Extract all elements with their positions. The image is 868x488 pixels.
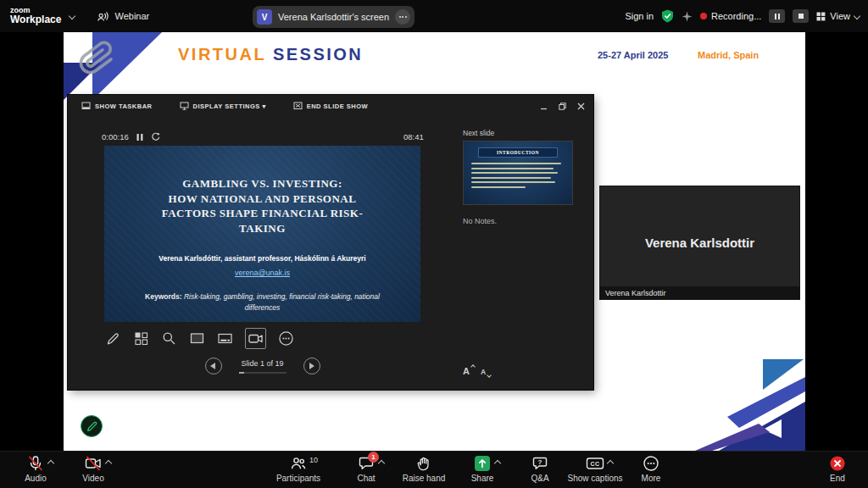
close-icon[interactable] <box>577 103 585 110</box>
elapsed-time: 0:00:16 <box>102 132 129 141</box>
end-slide-show-label: END SLIDE SHOW <box>307 103 368 110</box>
corner-decoration-bottom-right <box>678 349 805 451</box>
camera-muted-icon <box>85 455 102 472</box>
blank-screen-icon <box>189 330 205 347</box>
microphone-muted-icon <box>27 455 44 472</box>
keywords-text: Risk-taking, gambling, investing, financ… <box>182 292 380 311</box>
stop-recording-button[interactable] <box>793 9 809 23</box>
display-settings-label: DISPLAY SETTINGS ▾ <box>193 103 266 110</box>
chevron-down-icon[interactable] <box>69 13 75 19</box>
view-label: View <box>830 11 850 21</box>
minimize-icon[interactable] <box>540 103 548 110</box>
end-slide-show-button[interactable]: END SLIDE SHOW <box>293 102 368 110</box>
current-slide: GAMBLING VS. INVESTING: HOW NATIONAL AND… <box>104 146 420 322</box>
share-label: Share <box>471 474 494 483</box>
captions-options-chevron[interactable] <box>607 460 614 467</box>
webinar-icon <box>97 10 109 23</box>
audio-label: Audio <box>25 474 47 483</box>
participant-video-tile[interactable]: Verena Karlsdottir Verena Karlsdottir <box>600 186 799 299</box>
audio-button[interactable]: Audio <box>12 455 59 483</box>
next-slide-thumbnail[interactable]: INTRODUCTION <box>463 141 573 205</box>
restart-timer-icon[interactable] <box>151 132 160 141</box>
see-all-slides-button[interactable] <box>133 330 149 347</box>
next-slide-button[interactable] <box>303 358 320 374</box>
participants-button[interactable]: 10 Participants <box>268 455 329 483</box>
slide-navigation: Slide 1 of 19 <box>104 358 420 374</box>
pen-tool-button[interactable] <box>105 330 121 347</box>
more-tools-button[interactable] <box>278 330 294 347</box>
zoom-window: zoom Workplace Webinar V Verena Karlsdot… <box>0 0 868 488</box>
video-label: Video <box>82 474 103 483</box>
slide-email-link[interactable]: verena@unak.is <box>235 269 290 277</box>
shared-screen-label: Verena Karlsdottir's screen <box>278 12 389 22</box>
more-button[interactable]: More <box>629 455 673 483</box>
security-shield-icon <box>661 9 674 23</box>
participants-icon <box>290 455 307 472</box>
decrease-font-button[interactable]: A <box>481 368 486 376</box>
video-button[interactable]: Video <box>70 455 117 483</box>
shared-screen-pill[interactable]: V Verena Karlsdottir's screen <box>253 6 415 28</box>
chevron-down-icon <box>854 13 860 19</box>
show-captions-button[interactable]: CC Show captions <box>561 455 629 483</box>
shared-screen-content: VIRTUAL SESSION 25-27 April 2025 Madrid,… <box>64 32 805 451</box>
pause-timer-icon[interactable] <box>136 133 143 141</box>
slide-counter: Slide 1 of 19 <box>241 359 283 368</box>
slide-progress-bar <box>239 372 287 374</box>
show-taskbar-label: SHOW TASKBAR <box>95 103 153 110</box>
slide-keywords: Keywords: Risk-taking, gambling, investi… <box>127 291 398 313</box>
next-slide-title: INTRODUCTION <box>478 147 559 158</box>
end-meeting-button[interactable]: End <box>819 455 856 483</box>
event-dates: 25-27 April 2025 <box>598 50 668 60</box>
next-slide-text-lines <box>471 163 565 188</box>
captions-cc-icon: CC <box>586 455 604 472</box>
pause-recording-button[interactable] <box>769 9 785 23</box>
participants-label: Participants <box>276 474 320 483</box>
participants-count: 10 <box>309 456 318 464</box>
more-options-icon[interactable] <box>395 9 410 25</box>
share-options-chevron[interactable] <box>494 460 501 467</box>
slide-author: Verena Karlsdóttir, assistant professor,… <box>104 254 420 263</box>
participant-display-name: Verena Karlsdottir <box>600 186 799 299</box>
event-title-session: SESSION <box>273 45 363 64</box>
recording-label: Recording... <box>711 11 761 21</box>
share-button[interactable]: Share <box>459 455 506 483</box>
event-title: VIRTUAL SESSION <box>178 45 363 64</box>
camera-toggle-button[interactable] <box>245 328 266 349</box>
previous-slide-button[interactable] <box>205 358 222 374</box>
svg-text:CC: CC <box>590 461 599 467</box>
chat-button[interactable]: 1 Chat <box>342 455 390 483</box>
camera-icon <box>248 330 264 347</box>
chat-options-chevron[interactable] <box>378 460 385 467</box>
more-icon <box>278 330 294 347</box>
black-screen-button[interactable] <box>189 330 205 347</box>
subtitles-button[interactable] <box>217 330 233 347</box>
restore-window-icon[interactable] <box>559 103 566 110</box>
notes-placeholder: No Notes. <box>463 217 497 225</box>
show-taskbar-button[interactable]: SHOW TASKBAR <box>81 102 153 110</box>
pen-icon <box>105 330 121 347</box>
subtitles-icon <box>217 330 233 347</box>
sign-in-link[interactable]: Sign in <box>625 11 654 21</box>
end-show-icon <box>293 102 303 110</box>
zoom-slide-button[interactable] <box>161 330 177 347</box>
slide-timer: 0:00:16 <box>102 132 160 141</box>
svg-text:?: ? <box>538 458 542 466</box>
video-options-chevron[interactable] <box>105 460 112 467</box>
presenter-view-window: SHOW TASKBAR DISPLAY SETTINGS ▾ <box>68 95 593 390</box>
meeting-controls-bar: Audio Video <box>0 451 868 488</box>
raise-hand-button[interactable]: Raise hand <box>395 455 453 483</box>
ai-companion-icon <box>682 11 693 22</box>
qa-label: Q&A <box>531 474 548 483</box>
magnifier-icon <box>161 330 177 347</box>
increase-font-button[interactable]: A <box>463 366 470 376</box>
slide-grid-icon <box>133 330 149 347</box>
display-settings-button[interactable]: DISPLAY SETTINGS ▾ <box>180 102 266 110</box>
recording-indicator: Recording... <box>700 11 761 21</box>
audio-options-chevron[interactable] <box>47 460 54 467</box>
annotate-button[interactable] <box>81 415 103 437</box>
view-button[interactable]: View <box>816 11 860 21</box>
qa-button[interactable]: ? Q&A <box>518 455 562 483</box>
current-time: 08:41 <box>403 132 424 141</box>
taskbar-icon <box>81 102 91 110</box>
end-call-icon <box>829 455 846 472</box>
